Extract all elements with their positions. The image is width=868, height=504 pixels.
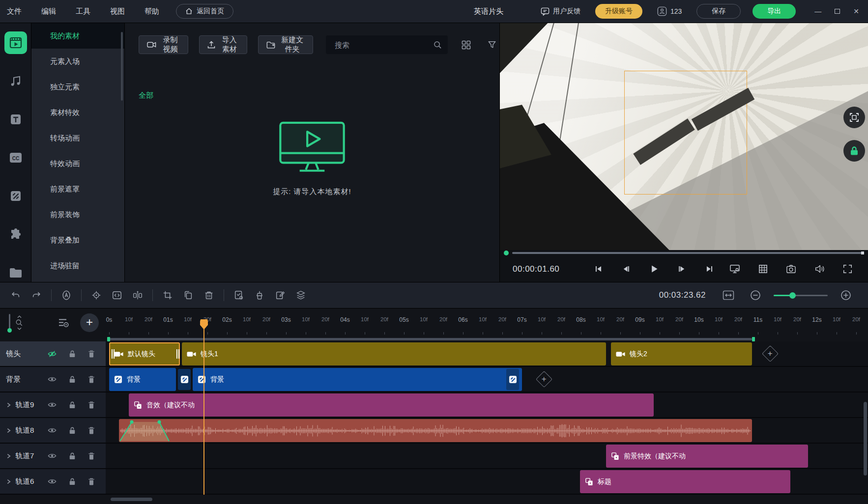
track-manager-button[interactable] <box>55 317 72 329</box>
track-expand-chevron-icon[interactable] <box>6 479 11 484</box>
library-item-0[interactable]: 我的素材 <box>31 23 124 49</box>
rail-audio-library-icon[interactable] <box>4 70 27 92</box>
tab-all[interactable]: 全部 <box>139 91 153 100</box>
check-media-button[interactable] <box>230 287 248 304</box>
track-header-1[interactable]: 背景 <box>0 367 106 392</box>
save-button[interactable]: 保存 <box>696 4 741 19</box>
library-item-9[interactable]: 进场驻留 <box>31 253 124 279</box>
frame-fit-button[interactable] <box>843 107 865 128</box>
library-item-8[interactable]: 背景叠加 <box>31 227 124 253</box>
track-delete-icon[interactable] <box>85 349 98 358</box>
track-lock-icon[interactable] <box>66 400 79 410</box>
track-header-3[interactable]: 轨道8 <box>0 418 106 444</box>
account-button[interactable]: 123 <box>654 6 685 17</box>
clip-trim-handle-right[interactable] <box>176 349 180 359</box>
delete-button[interactable] <box>200 287 218 304</box>
preview-canvas[interactable] <box>500 23 868 250</box>
menu-item-2[interactable]: 工具 <box>76 7 90 16</box>
vertical-scrollbar[interactable] <box>864 402 867 476</box>
track-visibility-off-icon[interactable] <box>45 350 59 358</box>
lock-canvas-button[interactable] <box>843 140 865 162</box>
timeline-clip[interactable]: 默认镜头 <box>109 342 180 365</box>
filter-button[interactable] <box>485 40 499 50</box>
track-delete-icon[interactable] <box>85 375 98 384</box>
track-lock-icon[interactable] <box>66 349 79 359</box>
code-snippet-button[interactable] <box>108 287 126 304</box>
work-area-end-handle[interactable] <box>752 337 755 341</box>
track-expand-chevron-icon[interactable] <box>6 453 11 459</box>
library-item-5[interactable]: 特效动画 <box>31 151 124 176</box>
track-visibility-icon[interactable] <box>45 375 59 383</box>
track-lock-icon[interactable] <box>66 375 79 384</box>
track-lock-icon[interactable] <box>66 477 79 486</box>
track-visibility-icon[interactable] <box>45 426 59 434</box>
split-clip-button[interactable] <box>129 287 146 304</box>
timeline-clip[interactable]: 背景 <box>193 368 522 391</box>
track-lane-1[interactable]: 背景背景+ <box>106 367 868 392</box>
maximize-button[interactable] <box>835 9 840 14</box>
track-lock-icon[interactable] <box>66 426 79 435</box>
menu-item-0[interactable]: 文件 <box>7 7 22 16</box>
track-visibility-icon[interactable] <box>45 452 59 460</box>
timeline-ruler[interactable]: 0s10f20f01s10f20f02s10f20f03s10f20f04s10… <box>106 308 868 337</box>
rail-plugins-library-icon[interactable] <box>4 223 27 246</box>
library-item-4[interactable]: 转场动画 <box>31 125 124 151</box>
track-expand-chevron-icon[interactable] <box>6 428 11 433</box>
track-lane-3[interactable] <box>106 418 868 444</box>
previous-frame-button[interactable] <box>618 264 634 274</box>
add-clip-diamond-button[interactable]: + <box>536 371 552 388</box>
import-media-button[interactable]: 导入素材 <box>199 35 248 54</box>
play-button[interactable] <box>646 263 662 275</box>
next-frame-button[interactable] <box>674 264 690 274</box>
auto-caption-button[interactable] <box>58 287 75 304</box>
library-scrollbar[interactable] <box>121 32 123 101</box>
library-item-6[interactable]: 前景遮罩 <box>31 176 124 202</box>
add-marker-button[interactable] <box>87 287 105 304</box>
feedback-button[interactable]: 用户反馈 <box>538 6 583 16</box>
track-lane-4[interactable]: 前景特效（建议不动 <box>106 444 868 469</box>
fit-timeline-button[interactable] <box>720 290 737 301</box>
snapshot-button[interactable] <box>783 264 799 274</box>
track-header-4[interactable]: 轨道7 <box>0 444 106 469</box>
search-input[interactable] <box>334 40 434 50</box>
timeline-clip[interactable]: 背景 <box>109 368 176 391</box>
rail-text-library-icon[interactable] <box>4 108 27 131</box>
skip-end-button[interactable] <box>702 264 717 274</box>
timeline-clip[interactable]: 镜头1 <box>182 342 606 365</box>
menu-item-1[interactable]: 编辑 <box>41 7 56 16</box>
work-area-start-handle[interactable] <box>107 337 110 341</box>
track-header-0[interactable]: 镜头 <box>0 341 106 367</box>
seek-handle[interactable] <box>504 251 509 255</box>
horizontal-scrollbar[interactable] <box>111 498 152 501</box>
layers-button[interactable] <box>292 287 310 304</box>
track-lane-2[interactable]: 音效（建议不动 <box>106 392 868 418</box>
track-lock-icon[interactable] <box>66 451 79 461</box>
timeline-clip[interactable]: 音效（建议不动 <box>129 393 654 417</box>
new-folder-button[interactable]: 新建文件夹 <box>258 35 313 54</box>
home-button[interactable]: 返回首页 <box>176 4 233 19</box>
export-button[interactable]: 导出 <box>752 4 796 19</box>
library-item-1[interactable]: 元素入场 <box>31 49 124 74</box>
track-visibility-icon[interactable] <box>45 401 59 409</box>
library-item-2[interactable]: 独立元素 <box>31 74 124 100</box>
seek-track[interactable] <box>512 252 864 254</box>
library-item-7[interactable]: 前景装饰 <box>31 202 124 227</box>
device-preview-button[interactable] <box>726 264 743 274</box>
rail-captions-library-icon[interactable]: CC <box>4 146 27 169</box>
zoom-slider-thumb[interactable] <box>789 292 796 299</box>
track-height-slider[interactable] <box>9 314 10 332</box>
audio-fade-envelope[interactable] <box>119 419 178 442</box>
track-zoom-icon[interactable] <box>15 315 23 330</box>
track-delete-icon[interactable] <box>85 477 98 486</box>
track-lane-0[interactable]: 默认镜头镜头1镜头2+ <box>106 341 868 367</box>
undo-button[interactable] <box>7 287 25 304</box>
grid-view-button[interactable] <box>459 40 474 50</box>
record-video-button[interactable]: 录制视频 <box>139 35 188 54</box>
zoom-out-button[interactable] <box>747 289 764 301</box>
track-header-2[interactable]: 轨道9 <box>0 392 106 418</box>
zoom-slider[interactable] <box>774 295 828 296</box>
timeline-clip[interactable]: 前景特效（建议不动 <box>606 445 808 468</box>
track-expand-chevron-icon[interactable] <box>6 402 11 408</box>
track-visibility-icon[interactable] <box>45 477 59 485</box>
close-button[interactable]: ✕ <box>853 8 859 15</box>
